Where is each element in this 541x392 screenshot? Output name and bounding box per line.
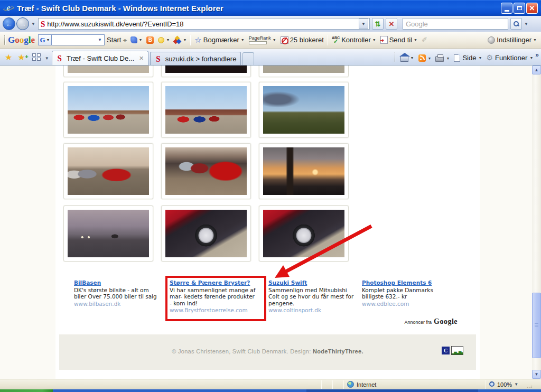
- photo-thumbnail[interactable]: [63, 143, 153, 199]
- minimize-button[interactable]: [501, 3, 512, 14]
- ad-title-link[interactable]: BilBasen: [74, 279, 169, 286]
- tab-list-dropdown[interactable]: ▼: [45, 56, 49, 65]
- search-options-dropdown[interactable]: ▼: [524, 22, 528, 26]
- feeds-button[interactable]: ▼: [416, 54, 434, 65]
- scrollbar-thumb[interactable]: [532, 293, 541, 358]
- custom-button-blue[interactable]: ▼: [128, 35, 145, 44]
- favorites-center-button[interactable]: ★: [2, 52, 15, 65]
- photo-image: [165, 147, 247, 195]
- status-bar: Internet 100% ▼: [0, 379, 541, 389]
- commandbar-grip[interactable]: [395, 52, 396, 62]
- forward-button[interactable]: →: [16, 17, 29, 30]
- photo-thumbnail-partial[interactable]: [259, 66, 349, 77]
- google-toolbar: Google G▼ ▼ Start◂▸ ▼ B ▼ ▼ ☆Bogmærker▼ …: [0, 32, 541, 49]
- highlighter-button[interactable]: ✐: [419, 35, 430, 45]
- tab-close-icon[interactable]: ✕: [139, 55, 144, 62]
- ad-url-link[interactable]: www.edblee.com: [362, 301, 454, 307]
- search-go-button[interactable]: [510, 18, 522, 30]
- window-title: Træf - Swift Club Denmark - Windows Inte…: [17, 4, 501, 13]
- ad-title-link[interactable]: Photoshop Elements 6: [362, 279, 454, 286]
- photo-thumbnail[interactable]: [259, 206, 349, 262]
- google-search-history-dropdown[interactable]: ▼: [96, 38, 104, 42]
- scroll-up-button[interactable]: ▲: [532, 66, 541, 74]
- footer: © Jonas Christensen, Swift Club Denmark.…: [59, 334, 476, 370]
- google-search-field[interactable]: ▼: [52, 34, 105, 45]
- rss-icon: [418, 54, 426, 62]
- tab-inactive[interactable]: S suzuki.dk > forhandlere: [150, 52, 241, 65]
- taskbar-button-edge[interactable]: [306, 389, 478, 392]
- custom-cube-button[interactable]: ▼: [172, 35, 189, 45]
- vertical-scrollbar[interactable]: ▲ ▼: [532, 66, 541, 379]
- address-input[interactable]: [47, 20, 359, 28]
- photo-thumbnail[interactable]: [259, 143, 349, 199]
- page-icon: [454, 54, 460, 62]
- tab-bar: ★ ★ ▼ S Træf - Swift Club De... ✕ S suzu…: [0, 49, 541, 66]
- sendto-button[interactable]: Send til▼: [378, 35, 419, 45]
- zoom-dropdown[interactable]: ▼: [514, 382, 518, 387]
- ad-title-link[interactable]: Suzuki Swift: [268, 279, 363, 286]
- tab-label: suzuki.dk > forhandlere: [165, 55, 237, 63]
- start-button[interactable]: Start◂▸: [105, 35, 128, 45]
- photo-thumbnail[interactable]: [161, 206, 251, 262]
- address-dropdown[interactable]: ▼: [359, 18, 368, 29]
- new-tab-stub[interactable]: [242, 52, 254, 65]
- photo-thumbnail[interactable]: [259, 82, 349, 138]
- blogger-icon: B: [146, 36, 154, 44]
- photo-thumbnail-partial[interactable]: [161, 66, 251, 77]
- photo-thumbnail[interactable]: [161, 143, 251, 199]
- spellcheck-button[interactable]: ABC✓Kontroller▼: [330, 35, 378, 45]
- history-dropdown[interactable]: ▼: [31, 22, 35, 26]
- page-content: BilBasen DK's største bilsite - alt om b…: [55, 66, 480, 379]
- page-menu-button[interactable]: Side▼: [452, 54, 484, 65]
- highlighter-icon: ✐: [422, 36, 427, 44]
- designer-credit[interactable]: NodeThirtyThree.: [313, 348, 363, 354]
- start-button-edge[interactable]: [0, 389, 53, 392]
- page-viewport: BilBasen DK's største bilsite - alt om b…: [0, 66, 541, 379]
- ad-body: Sammenlign med Mitsubishi Colt og se hvo…: [268, 287, 363, 307]
- toolbar-grip[interactable]: [4, 35, 6, 45]
- ad-bilbasen: BilBasen DK's største bilsite - alt om b…: [74, 279, 169, 307]
- browser-window: e Træf - Swift Club Denmark - Windows In…: [0, 0, 541, 392]
- photo-thumbnail[interactable]: [161, 82, 251, 138]
- zoom-control[interactable]: 100% ▼: [486, 379, 524, 389]
- tools-menu-button[interactable]: ⚙Funktioner▼: [484, 53, 535, 65]
- scroll-down-button[interactable]: ▼: [532, 370, 541, 379]
- popup-blocker-button[interactable]: 25 blokeret: [278, 35, 326, 45]
- photo-thumbnail[interactable]: [63, 206, 153, 262]
- visitor-counter-icon[interactable]: ▂▅▃▆▄: [451, 346, 463, 355]
- google-g-dropdown[interactable]: G▼: [38, 34, 52, 45]
- blogger-button[interactable]: B: [144, 35, 156, 45]
- photo-image: [263, 66, 344, 73]
- copyright-badge[interactable]: C: [442, 347, 450, 354]
- restore-button[interactable]: [514, 3, 525, 14]
- ad-url-link[interactable]: www.coltinsport.dk: [268, 307, 363, 314]
- settings-button[interactable]: Indstillinger▼: [486, 35, 539, 45]
- print-button[interactable]: ▼: [433, 54, 452, 65]
- photo-thumbnail[interactable]: [63, 82, 153, 138]
- quick-tabs-button[interactable]: [28, 53, 43, 65]
- pagerank-widget[interactable]: PageRank▼: [247, 35, 278, 45]
- tab-active[interactable]: S Træf - Swift Club De... ✕: [52, 51, 149, 65]
- bookmarks-button[interactable]: ☆Bogmærker▼: [192, 34, 246, 46]
- footer-copyright: © Jonas Christensen, Swift Club Denmark.…: [59, 348, 476, 354]
- refresh-button[interactable]: ⇅: [372, 18, 384, 30]
- home-button[interactable]: ▼: [398, 53, 416, 65]
- photo-image: [263, 86, 344, 134]
- highlight-button[interactable]: ▼: [156, 36, 172, 44]
- ad-url-link[interactable]: www.bilbasen.dk: [74, 301, 169, 307]
- photo-thumbnail-partial[interactable]: [63, 66, 153, 77]
- security-zone-pane: Internet: [344, 379, 486, 389]
- photo-image: [68, 86, 149, 134]
- search-input[interactable]: [403, 20, 508, 28]
- commandbar-overflow-button[interactable]: »: [535, 51, 539, 65]
- add-favorite-button[interactable]: ★: [15, 52, 27, 65]
- resize-grip[interactable]: [525, 381, 533, 388]
- navigation-bar: ← → ▼ S ▼ ⇅ ✕ ▼: [0, 16, 541, 32]
- back-button[interactable]: ←: [3, 17, 15, 30]
- google-logo: Google: [8, 35, 35, 45]
- windows-taskbar-edge[interactable]: [0, 389, 541, 392]
- photo-image: [165, 66, 247, 73]
- close-button[interactable]: ✕: [526, 3, 538, 14]
- ad-body: Komplet pakke Danmarks billigste 632.- k…: [362, 287, 454, 300]
- stop-button[interactable]: ✕: [386, 18, 397, 30]
